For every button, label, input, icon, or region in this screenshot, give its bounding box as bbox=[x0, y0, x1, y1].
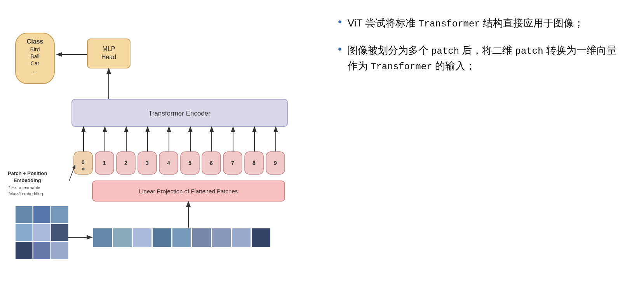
svg-text:Car: Car bbox=[31, 60, 40, 67]
svg-text:6: 6 bbox=[210, 160, 213, 166]
bullet-dot-2: • bbox=[338, 44, 342, 54]
svg-text:[class] embedding: [class] embedding bbox=[9, 191, 43, 196]
svg-text:1: 1 bbox=[103, 160, 106, 166]
svg-line-50 bbox=[69, 165, 75, 181]
svg-text:Head: Head bbox=[101, 54, 116, 60]
right-panel: • ViT 尝试将标准 Transformer 结构直接应用于图像； • 图像被… bbox=[319, 0, 644, 305]
svg-text:...: ... bbox=[33, 67, 37, 74]
bullet-2: • 图像被划分为多个 patch 后，将二维 patch 转换为一维向量作为 T… bbox=[338, 43, 625, 74]
svg-text:MLP: MLP bbox=[103, 46, 115, 52]
svg-text:Transformer Encoder: Transformer Encoder bbox=[148, 110, 211, 117]
left-panel: Class Bird Ball Car ... MLP Head Transfo… bbox=[0, 0, 319, 305]
svg-text:Linear Projection of Flattened: Linear Projection of Flattened Patches bbox=[139, 188, 238, 195]
svg-text:0: 0 bbox=[82, 159, 85, 165]
svg-text:Ball: Ball bbox=[30, 53, 39, 60]
svg-text:Class: Class bbox=[27, 38, 44, 45]
svg-rect-70 bbox=[192, 228, 211, 247]
bullet-1: • ViT 尝试将标准 Transformer 结构直接应用于图像； bbox=[338, 16, 625, 31]
svg-rect-65 bbox=[93, 228, 112, 247]
svg-text:Patch + Position: Patch + Position bbox=[8, 170, 47, 176]
svg-rect-69 bbox=[172, 228, 191, 247]
svg-rect-73 bbox=[252, 228, 270, 247]
bullet-text-1: ViT 尝试将标准 Transformer 结构直接应用于图像； bbox=[348, 16, 584, 31]
vit-diagram: Class Bird Ball Car ... MLP Head Transfo… bbox=[8, 12, 311, 268]
svg-rect-55 bbox=[16, 224, 33, 241]
svg-text:4: 4 bbox=[167, 160, 170, 166]
svg-text:3: 3 bbox=[146, 160, 149, 166]
svg-rect-52 bbox=[16, 206, 33, 223]
svg-text:9: 9 bbox=[274, 160, 277, 166]
svg-rect-60 bbox=[51, 242, 68, 259]
svg-rect-59 bbox=[33, 242, 50, 259]
svg-text:8: 8 bbox=[252, 160, 256, 166]
svg-rect-71 bbox=[212, 228, 231, 247]
svg-rect-68 bbox=[153, 228, 171, 247]
svg-text:Bird: Bird bbox=[30, 46, 40, 53]
svg-text:7: 7 bbox=[231, 160, 234, 166]
svg-rect-58 bbox=[16, 242, 33, 259]
svg-text:Embedding: Embedding bbox=[14, 177, 41, 183]
svg-text:* Extra learnable: * Extra learnable bbox=[9, 185, 40, 190]
svg-text:5: 5 bbox=[188, 160, 191, 166]
svg-rect-54 bbox=[51, 206, 68, 223]
svg-rect-72 bbox=[232, 228, 251, 247]
svg-rect-67 bbox=[133, 228, 151, 247]
svg-rect-66 bbox=[113, 228, 132, 247]
bullet-text-2: 图像被划分为多个 patch 后，将二维 patch 转换为一维向量作为 Tra… bbox=[348, 43, 625, 74]
svg-text:2: 2 bbox=[124, 160, 127, 166]
svg-text:✱: ✱ bbox=[82, 167, 85, 171]
svg-rect-57 bbox=[51, 224, 68, 241]
svg-rect-56 bbox=[33, 224, 50, 241]
bullet-dot-1: • bbox=[338, 16, 342, 27]
svg-rect-53 bbox=[33, 206, 50, 223]
